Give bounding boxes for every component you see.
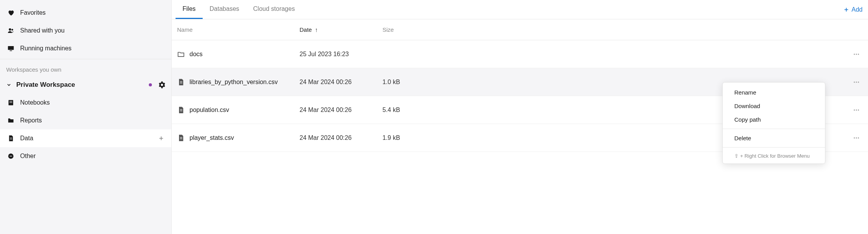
sidebar-item-label: Shared with you: [20, 27, 65, 34]
svg-rect-28: [180, 137, 183, 138]
divider: [0, 59, 171, 59]
folder-icon: [177, 50, 185, 58]
file-icon: [177, 78, 185, 86]
column-header-name[interactable]: Name: [176, 26, 300, 33]
svg-point-0: [9, 28, 11, 31]
svg-point-1: [12, 29, 14, 31]
sidebar-item-reports[interactable]: Reports: [0, 112, 171, 129]
svg-point-26: [856, 109, 857, 110]
file-icon: [177, 106, 185, 114]
users-icon: [7, 27, 15, 34]
row-actions-button[interactable]: [849, 79, 864, 86]
menu-divider: [723, 129, 825, 129]
shift-icon: ⇧: [734, 153, 739, 159]
svg-rect-23: [180, 109, 183, 110]
sidebar-subitem-label: Other: [20, 153, 36, 160]
svg-point-30: [854, 137, 855, 138]
file-date: 24 Mar 2024 00:26: [300, 107, 382, 114]
file-icon: [177, 134, 185, 142]
tab-files[interactable]: Files: [176, 0, 203, 19]
svg-point-16: [856, 53, 857, 55]
menu-item-copy-path[interactable]: Copy path: [723, 113, 825, 126]
sidebar-item-machines[interactable]: Running machines: [0, 40, 171, 57]
workspace-name: Private Workspace: [16, 81, 145, 89]
monitor-icon: [7, 45, 15, 52]
svg-rect-19: [180, 83, 183, 83]
workspaces-section-label: Workspaces you own: [0, 61, 171, 76]
file-name: player_stats.csv: [189, 134, 234, 141]
tabs-row: Files Databases Cloud storages Add: [172, 0, 868, 19]
page-icon: [7, 134, 15, 142]
column-header-date[interactable]: Date ↑: [300, 26, 382, 33]
sidebar-item-other[interactable]: Other: [0, 147, 171, 165]
svg-point-17: [858, 53, 859, 55]
svg-point-32: [858, 137, 859, 138]
svg-rect-18: [180, 81, 183, 82]
folder-icon: [7, 117, 15, 124]
svg-point-27: [858, 109, 859, 110]
row-actions-button[interactable]: [849, 107, 864, 114]
svg-point-15: [854, 53, 855, 55]
sidebar-item-shared[interactable]: Shared with you: [0, 22, 171, 40]
file-date: 24 Mar 2024 00:26: [300, 79, 382, 86]
svg-rect-2: [8, 46, 14, 50]
sidebar-item-notebooks[interactable]: Notebooks: [0, 94, 171, 112]
file-date: 24 Mar 2024 00:26: [300, 134, 382, 141]
svg-rect-8: [10, 139, 12, 139]
status-dot-icon: [149, 83, 152, 86]
menu-hint: ⇧ + Right Click for Browser Menu: [723, 150, 825, 160]
sidebar-item-label: Running machines: [20, 45, 72, 52]
plus-icon[interactable]: [158, 135, 164, 141]
file-name: docs: [189, 51, 203, 58]
svg-rect-3: [10, 50, 12, 51]
menu-item-delete[interactable]: Delete: [723, 131, 825, 145]
add-button[interactable]: Add: [843, 6, 863, 13]
add-button-label: Add: [852, 6, 863, 13]
menu-item-rename[interactable]: Rename: [723, 86, 825, 99]
svg-point-31: [856, 137, 857, 138]
svg-point-20: [854, 81, 855, 83]
svg-point-21: [856, 81, 857, 83]
tab-cloud-storages[interactable]: Cloud storages: [246, 0, 302, 19]
row-actions-button[interactable]: [849, 134, 864, 141]
circle-icon: [7, 152, 15, 160]
svg-point-25: [854, 109, 855, 110]
menu-item-download[interactable]: Download: [723, 99, 825, 113]
svg-rect-12: [10, 156, 12, 157]
heart-icon: [7, 9, 15, 17]
table-row[interactable]: docs 25 Jul 2023 16:23: [172, 40, 868, 68]
svg-rect-6: [9, 102, 12, 103]
gear-icon[interactable]: [158, 81, 166, 89]
menu-divider: [723, 147, 825, 148]
chevron-down-icon: [5, 82, 12, 88]
sidebar-subitem-label: Data: [20, 135, 33, 142]
plus-icon: [843, 7, 849, 13]
file-name: population.csv: [189, 107, 229, 114]
file-name: libraries_by_python_version.csv: [189, 79, 278, 86]
sidebar-subitem-label: Reports: [20, 117, 42, 124]
svg-point-22: [858, 81, 859, 83]
file-date: 25 Jul 2023 16:23: [300, 51, 382, 58]
sidebar-subitem-label: Notebooks: [20, 99, 50, 106]
sidebar-item-label: Favorites: [20, 9, 46, 16]
column-header-size[interactable]: Size: [382, 26, 849, 33]
context-menu: Rename Download Copy path Delete ⇧ + Rig…: [722, 82, 825, 164]
svg-rect-29: [180, 138, 183, 139]
sidebar-item-data[interactable]: Data: [0, 129, 171, 147]
sidebar: Favorites Shared with you Running machin…: [0, 0, 172, 234]
svg-rect-24: [180, 110, 183, 111]
sidebar-item-favorites[interactable]: Favorites: [0, 4, 171, 22]
sort-ascending-icon: ↑: [315, 26, 318, 33]
main-content: Files Databases Cloud storages Add Name …: [172, 0, 868, 234]
row-actions-button[interactable]: [849, 51, 864, 58]
tab-databases[interactable]: Databases: [203, 0, 246, 19]
workspace-row[interactable]: Private Workspace: [0, 76, 171, 94]
table-header: Name Date ↑ Size: [172, 19, 868, 40]
svg-rect-7: [10, 138, 12, 138]
svg-rect-5: [9, 101, 12, 102]
book-icon: [7, 99, 15, 107]
